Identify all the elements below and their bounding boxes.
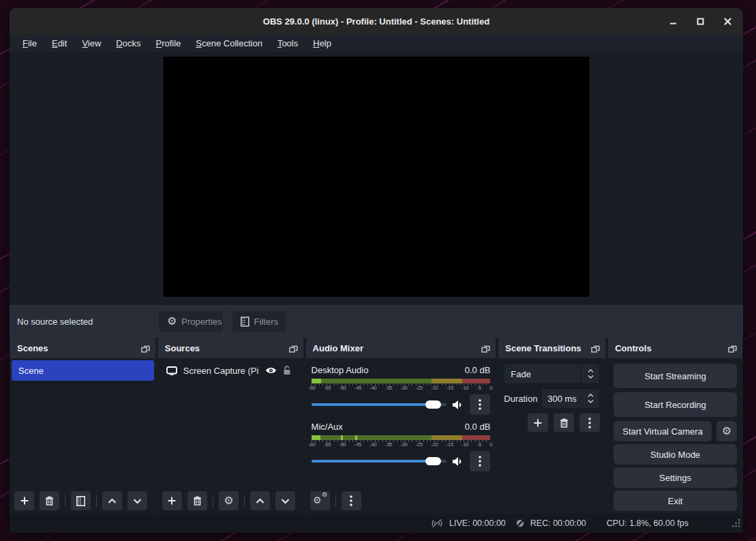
chevron-down-icon (281, 498, 290, 504)
scenes-panel-title: Scenes (17, 343, 141, 353)
menu-help[interactable]: Help (307, 36, 337, 50)
double-gear-icon: ⚙⚙ (314, 495, 326, 506)
popout-icon[interactable] (141, 344, 150, 353)
gear-icon: ⚙ (722, 426, 731, 437)
record-off-icon (515, 518, 525, 528)
settings-button[interactable]: Settings (614, 467, 737, 488)
filters-button[interactable]: Filters (232, 311, 286, 332)
gear-icon: ⚙ (224, 495, 233, 506)
preview-canvas[interactable] (164, 57, 590, 297)
properties-label: Properties (181, 317, 222, 327)
minimize-button[interactable] (667, 15, 679, 27)
unlock-icon (283, 366, 291, 375)
menu-bar: File Edit View Docks Profile Scene Colle… (10, 34, 743, 52)
advanced-audio-button[interactable]: ⚙⚙ (310, 491, 330, 510)
dock-panels: Scenes Scene (10, 338, 743, 514)
popout-icon[interactable] (728, 344, 737, 353)
scenes-toolbar (10, 488, 155, 514)
add-scene-button[interactable] (14, 491, 34, 510)
remove-transition-button[interactable] (554, 413, 574, 432)
kebab-icon (588, 418, 591, 428)
popout-icon[interactable] (289, 344, 298, 353)
menu-docks[interactable]: Docks (110, 36, 147, 50)
live-status: LIVE: 00:00:00 (430, 518, 506, 528)
source-properties-button[interactable]: ⚙ (219, 491, 239, 510)
mute-toggle[interactable] (452, 400, 464, 410)
chevron-up-icon (588, 369, 594, 373)
properties-button[interactable]: ⚙ Properties (159, 311, 223, 332)
kebab-icon (479, 456, 481, 467)
menu-edit[interactable]: Edit (46, 36, 73, 50)
source-move-up-button[interactable] (250, 491, 270, 510)
volume-slider-handle[interactable] (425, 457, 441, 465)
channel-menu-button[interactable] (470, 394, 490, 415)
transition-select-arrows[interactable] (581, 369, 599, 379)
toolbar-separator (244, 495, 245, 507)
scene-list-item[interactable]: Scene (12, 360, 154, 381)
remove-source-button[interactable] (187, 491, 207, 510)
chevron-down-icon (133, 498, 142, 504)
mixer-menu-button[interactable] (342, 491, 361, 510)
transition-select[interactable]: Fade (504, 364, 600, 384)
volume-slider[interactable] (312, 451, 447, 471)
mute-toggle[interactable] (452, 456, 464, 467)
scene-transitions-panel: Scene Transitions Fade Duration (498, 338, 605, 514)
resize-grip[interactable] (731, 518, 740, 530)
menu-view[interactable]: View (76, 36, 107, 50)
source-visibility-toggle[interactable] (265, 366, 277, 375)
start-streaming-button[interactable]: Start Streaming (614, 364, 737, 388)
scene-move-down-button[interactable] (127, 491, 147, 510)
add-transition-button[interactable] (528, 413, 548, 432)
start-virtual-camera-button[interactable]: Start Virtual Camera (614, 421, 712, 441)
channel-level-db: 0.0 dB (465, 365, 491, 375)
source-item-label: Screen Capture (Pi (183, 366, 259, 376)
minimize-icon (669, 18, 677, 25)
start-recording-button[interactable]: Start Recording (614, 392, 737, 417)
broadcast-off-icon (430, 518, 444, 528)
cpu-fps-status: CPU: 1.8%, 60.00 fps (607, 518, 689, 528)
menu-profile[interactable]: Profile (149, 36, 187, 50)
source-move-down-button[interactable] (275, 491, 295, 510)
toolbar-separator (335, 495, 336, 507)
filters-icon (241, 317, 250, 327)
chevron-up-icon (256, 498, 264, 504)
add-source-button[interactable] (162, 491, 182, 510)
speaker-icon (452, 456, 464, 467)
menu-file[interactable]: File (16, 36, 43, 50)
volume-slider-handle[interactable] (425, 400, 441, 409)
studio-mode-button[interactable]: Studio Mode (614, 444, 737, 465)
virtual-camera-settings-button[interactable]: ⚙ (716, 421, 737, 441)
sources-panel-title: Sources (165, 343, 289, 353)
title-bar[interactable]: OBS 29.0.0 (linux) - Profile: Untitled -… (10, 8, 743, 34)
filters-icon (76, 496, 85, 506)
controls-panel-title: Controls (615, 343, 728, 353)
channel-level-db: 0.0 dB (465, 422, 491, 432)
exit-button[interactable]: Exit (614, 491, 737, 511)
duration-input[interactable]: 300 ms (541, 388, 600, 409)
chevron-up-icon (588, 394, 594, 398)
menu-tools[interactable]: Tools (271, 36, 304, 50)
volume-slider[interactable] (312, 394, 447, 415)
close-button[interactable] (721, 15, 734, 27)
remove-scene-button[interactable] (40, 491, 59, 510)
source-list-item[interactable]: Screen Capture (Pi (158, 360, 303, 381)
audio-mixer-panel-title: Audio Mixer (313, 343, 482, 353)
channel-name: Desktop Audio (312, 365, 369, 375)
toolbar-separator (96, 495, 97, 507)
maximize-button[interactable] (694, 15, 706, 27)
duration-spin-arrows[interactable] (581, 394, 599, 403)
source-lock-toggle[interactable] (283, 366, 291, 375)
popout-icon[interactable] (481, 344, 490, 353)
chevron-up-icon (108, 498, 117, 504)
scene-item-label: Scene (18, 366, 44, 376)
transition-menu-button[interactable] (579, 413, 600, 432)
scene-filters-button[interactable] (71, 491, 91, 510)
channel-menu-button[interactable] (470, 451, 490, 471)
menu-scene-collection[interactable]: Scene Collection (190, 36, 269, 50)
source-toolbar: No source selected ⚙ Properties Filters (10, 305, 743, 338)
scenes-panel: Scenes Scene (10, 338, 155, 514)
rec-status: REC: 00:00:00 (515, 518, 586, 528)
scene-move-up-button[interactable] (102, 491, 122, 510)
popout-icon[interactable] (591, 344, 600, 353)
plus-icon (533, 418, 543, 428)
